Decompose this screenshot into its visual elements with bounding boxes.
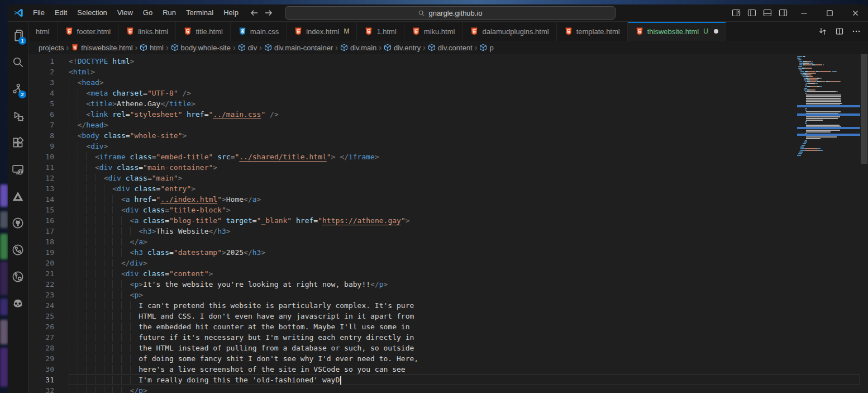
- symbol-element-icon: [340, 44, 348, 51]
- forward-button[interactable]: [264, 8, 274, 18]
- code-line-3[interactable]: 3 <head>: [28, 77, 860, 88]
- menu-help[interactable]: Help: [218, 4, 244, 21]
- tab-html[interactable]: html: [28, 22, 58, 41]
- menu-terminal[interactable]: Terminal: [181, 4, 218, 21]
- code-line-14[interactable]: 14 <a href="../index.html">Home</a>: [28, 194, 860, 205]
- menu-go[interactable]: Go: [138, 4, 158, 21]
- code-line-23[interactable]: 23 <p>: [28, 290, 860, 300]
- activity-source-control[interactable]: 2: [8, 75, 28, 102]
- code-line-15[interactable]: 15 <div class="title-block">: [28, 205, 860, 215]
- breadcrumb-item-html[interactable]: html: [140, 44, 164, 52]
- more-actions-button[interactable]: [849, 24, 864, 39]
- code-line-31[interactable]: 31 I'm really doing this the 'old-fashio…: [28, 375, 860, 385]
- customize-layout-button[interactable]: [728, 4, 744, 21]
- code-line-12[interactable]: 12 <div class="main">: [28, 173, 860, 183]
- menu-run[interactable]: Run: [158, 4, 181, 21]
- menu-selection[interactable]: Selection: [72, 4, 112, 21]
- extension-a-icon: [12, 190, 24, 202]
- code-line-9[interactable]: 9 <div>: [28, 141, 860, 151]
- window-maximize-button[interactable]: [817, 4, 842, 21]
- code-line-13[interactable]: 13 <div class="entry">: [28, 183, 860, 194]
- tab-1.html[interactable]: 1.html: [357, 22, 404, 41]
- tab-template.html[interactable]: template.html: [557, 22, 628, 41]
- toggle-primary-sidebar-button[interactable]: [744, 4, 760, 21]
- code-line-10[interactable]: 10 <iframe class="embed-title" src="../s…: [28, 151, 860, 162]
- breadcrumb-item-thiswebsite.html[interactable]: thiswebsite.html: [71, 44, 132, 52]
- minimap[interactable]: [797, 54, 860, 393]
- breadcrumb-item-div.content[interactable]: div.content: [428, 44, 473, 52]
- activity-extension-a[interactable]: [8, 183, 28, 210]
- code-area[interactable]: 1<!DOCTYPE html>2<html>3 <head>4 <meta c…: [28, 54, 860, 393]
- breadcrumb-item-projects[interactable]: projects: [39, 44, 64, 52]
- code-line-19[interactable]: 19 <h3 class="datestamp">2025</h3>: [28, 247, 860, 258]
- code-line-17[interactable]: 17 <h3>This Website</h3>: [28, 226, 860, 236]
- activity-remote-explorer[interactable]: [8, 156, 28, 183]
- code-line-5[interactable]: 5 <title>Athene.Gay</title>: [28, 98, 860, 109]
- tab-links.html[interactable]: links.html: [118, 22, 176, 41]
- tab-miku.html[interactable]: miku.html: [404, 22, 463, 41]
- code-line-22[interactable]: 22 <p>It's the website you're looking at…: [28, 279, 860, 290]
- git-status-badge: M: [344, 27, 349, 35]
- code-line-24[interactable]: 24 I can't pretend this website is parti…: [28, 300, 860, 311]
- line-number: 14: [28, 194, 69, 205]
- code-line-4[interactable]: 4 <meta charset="UTF-8" />: [28, 88, 860, 98]
- breadcrumb-item-body.whole-site[interactable]: body.whole-site: [171, 44, 231, 52]
- activity-git-history[interactable]: [8, 263, 28, 290]
- menu-view[interactable]: View: [112, 4, 138, 21]
- code-line-30[interactable]: 30 here's a live screenshot of the site …: [28, 364, 860, 375]
- breadcrumb-label: div.entry: [394, 44, 421, 52]
- toggle-panel-button[interactable]: [760, 4, 775, 21]
- split-editor-button[interactable]: [832, 24, 847, 39]
- code-line-6[interactable]: 6 <link rel="stylesheet" href="../main.c…: [28, 109, 860, 120]
- activity-godot[interactable]: [8, 290, 28, 317]
- code-line-8[interactable]: 8 <body class="whole-site">: [28, 130, 860, 141]
- minimap-highlight: [797, 105, 860, 107]
- code-editor[interactable]: 1<!DOCTYPE html>2<html>3 <head>4 <meta c…: [28, 54, 868, 393]
- scrollbar-thumb[interactable]: [861, 54, 867, 164]
- tab-label: index.html: [306, 27, 339, 36]
- code-line-20[interactable]: 20 </div>: [28, 258, 860, 268]
- code-line-16[interactable]: 16 <a class="blog-title" target="_blank"…: [28, 215, 860, 226]
- open-changes-button[interactable]: [815, 24, 830, 39]
- tab-thiswebsite.html[interactable]: thiswebsite.htmlU: [628, 22, 726, 41]
- code-line-21[interactable]: 21 <div class="content">: [28, 268, 860, 279]
- code-line-7[interactable]: 7 </head>: [28, 120, 860, 130]
- window-minimize-button[interactable]: [791, 4, 817, 21]
- tab-footer.html[interactable]: footer.html: [58, 22, 119, 41]
- history-nav: [249, 4, 274, 21]
- tab-dalamudplugins.html[interactable]: dalamudplugins.html: [462, 22, 556, 41]
- code-line-28[interactable]: 28 the HTML instead of pulling from a da…: [28, 343, 860, 353]
- code-line-2[interactable]: 2<html>: [28, 67, 860, 77]
- activity-git-graph[interactable]: [8, 236, 28, 263]
- toggle-secondary-sidebar-button[interactable]: [775, 4, 791, 21]
- vertical-scrollbar[interactable]: [860, 54, 868, 393]
- code-line-11[interactable]: 11 <div class="main-container">: [28, 162, 860, 173]
- back-button[interactable]: [249, 8, 259, 18]
- code-line-32[interactable]: 32 </p>: [28, 385, 860, 393]
- line-number: 15: [28, 205, 69, 215]
- activity-extensions[interactable]: [8, 129, 28, 156]
- tab-title.html[interactable]: title.html: [176, 22, 230, 41]
- menu-edit[interactable]: Edit: [50, 4, 72, 21]
- breadcrumb-item-p[interactable]: p: [479, 44, 493, 52]
- code-line-18[interactable]: 18 </a>: [28, 236, 860, 247]
- code-line-29[interactable]: 29 of doing some fancy shit I don't see …: [28, 353, 860, 364]
- breadcrumb-item-div.entry[interactable]: div.entry: [384, 44, 421, 52]
- command-center-search[interactable]: gnargle.github.io: [285, 6, 616, 20]
- code-line-1[interactable]: 1<!DOCTYPE html>: [28, 56, 860, 67]
- code-line-26[interactable]: 26 the embedded hit counter at the botto…: [28, 321, 860, 332]
- code-line-27[interactable]: 27 future if it's necessary but I'm writ…: [28, 332, 860, 343]
- breadcrumb-item-div.main[interactable]: div.main: [340, 44, 376, 52]
- activity-github[interactable]: [8, 210, 28, 236]
- tab-index.html[interactable]: index.htmlM: [287, 22, 357, 41]
- tab-main.css[interactable]: main.css: [231, 22, 287, 41]
- activity-run-debug[interactable]: [8, 102, 28, 129]
- breadcrumb-item-div.main-container[interactable]: div.main-container: [264, 44, 333, 52]
- code-line-25[interactable]: 25 HTML and CSS. I don't even have any j…: [28, 311, 860, 321]
- window-close-button[interactable]: [842, 4, 868, 21]
- activity-search[interactable]: [8, 49, 28, 75]
- html-file-icon: [294, 27, 303, 36]
- activity-explorer[interactable]: 1: [8, 22, 28, 49]
- menu-file[interactable]: File: [28, 4, 50, 21]
- breadcrumb-item-div[interactable]: div: [238, 44, 257, 52]
